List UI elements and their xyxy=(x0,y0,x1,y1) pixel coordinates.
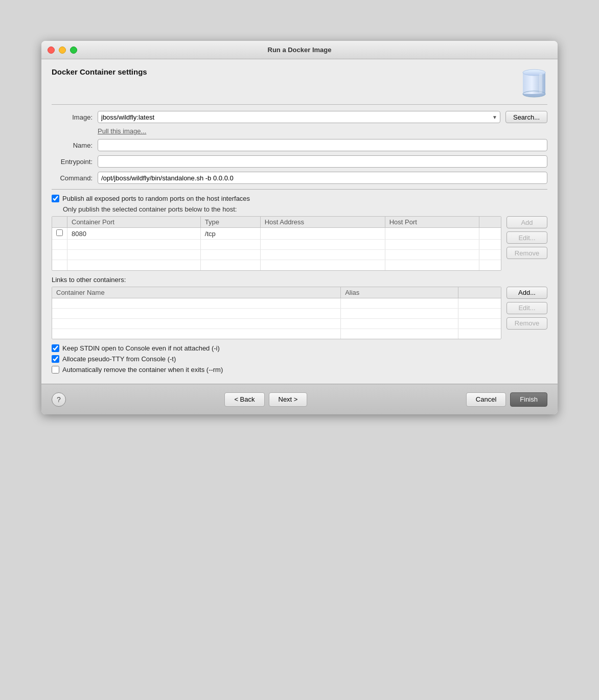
ports-col-host-address: Host Address xyxy=(260,217,385,228)
cancel-button[interactable]: Cancel xyxy=(466,392,506,407)
rm-row: Automatically remove the container when … xyxy=(52,366,547,374)
port-host-port xyxy=(385,228,479,240)
links-table-wrap: Container Name Alias xyxy=(52,287,501,340)
ports-edit-button[interactable]: Edit... xyxy=(506,231,547,244)
content-area: Docker Container settings xyxy=(41,59,558,374)
ports-side-buttons: Add Edit... Remove xyxy=(506,216,547,271)
back-button[interactable]: < Back xyxy=(224,392,264,407)
table-row xyxy=(52,240,501,250)
entrypoint-input[interactable] xyxy=(98,155,547,168)
ports-table-container: Container Port Type Host Address Host Po… xyxy=(52,216,501,271)
links-table: Container Name Alias xyxy=(52,287,501,339)
port-container-port: 8080 xyxy=(67,228,201,240)
search-button[interactable]: Search... xyxy=(505,111,547,123)
main-window: Run a Docker Image Docker Container sett… xyxy=(41,41,558,414)
image-select[interactable]: jboss/wildfly:latest xyxy=(98,111,500,123)
table-row xyxy=(52,308,501,318)
close-button[interactable] xyxy=(48,46,55,54)
finish-button[interactable]: Finish xyxy=(510,392,547,407)
footer-center: < Back Next > xyxy=(224,392,307,407)
port-extra xyxy=(479,228,501,240)
links-table-container: Container Name Alias xyxy=(52,287,501,340)
image-row: Image: jboss/wildfly:latest ▼ Search... xyxy=(52,111,547,123)
window-title: Run a Docker Image xyxy=(268,46,332,54)
links-remove-button[interactable]: Remove xyxy=(506,317,547,330)
help-button[interactable]: ? xyxy=(52,392,66,407)
name-row: Name: xyxy=(52,139,547,151)
pull-image-link[interactable]: Pull this image... xyxy=(98,127,547,135)
table-row xyxy=(52,260,501,270)
entrypoint-row: Entrypoint: xyxy=(52,155,547,168)
table-row: 8080 /tcp xyxy=(52,228,501,240)
stdin-label: Keep STDIN open to Console even if not a… xyxy=(62,344,220,352)
docker-icon xyxy=(521,67,547,98)
port-host-address xyxy=(260,228,385,240)
table-row xyxy=(52,250,501,260)
ports-sub-label: Only publish the selected container port… xyxy=(63,205,547,213)
rm-label: Automatically remove the container when … xyxy=(62,366,223,374)
port-row-checkbox[interactable] xyxy=(56,229,63,236)
bottom-checkboxes: Keep STDIN open to Console even if not a… xyxy=(52,344,547,374)
ports-table-area: Container Port Type Host Address Host Po… xyxy=(52,216,547,271)
table-row xyxy=(52,329,501,339)
links-col-extra xyxy=(458,287,501,298)
tty-label: Allocate pseudo-TTY from Console (-t) xyxy=(62,355,176,363)
divider-1 xyxy=(52,189,547,190)
links-col-alias: Alias xyxy=(341,287,458,298)
stdin-row: Keep STDIN open to Console even if not a… xyxy=(52,344,547,352)
image-label: Image: xyxy=(52,113,98,121)
image-section: Image: jboss/wildfly:latest ▼ Search... … xyxy=(52,111,547,135)
traffic-lights xyxy=(48,46,77,54)
header-row: Docker Container settings xyxy=(52,67,547,105)
footer-right: Cancel Finish xyxy=(466,392,547,407)
page-title: Docker Container settings xyxy=(52,67,147,76)
ports-table: Container Port Type Host Address Host Po… xyxy=(52,217,501,270)
command-label: Command: xyxy=(52,174,98,182)
title-bar: Run a Docker Image xyxy=(41,41,558,59)
ports-col-container-port: Container Port xyxy=(67,217,201,228)
publish-ports-checkbox[interactable] xyxy=(52,195,59,202)
port-row-checkbox-cell xyxy=(52,228,67,240)
links-side-buttons: Add... Edit... Remove xyxy=(506,287,547,340)
next-button[interactable]: Next > xyxy=(269,392,308,407)
ports-col-check xyxy=(52,217,67,228)
ports-col-type: Type xyxy=(200,217,260,228)
name-label: Name: xyxy=(52,142,98,149)
publish-ports-row: Publish all exposed ports to random port… xyxy=(52,195,547,202)
ports-col-host-port: Host Port xyxy=(385,217,479,228)
footer: ? < Back Next > Cancel Finish xyxy=(41,384,558,414)
command-input[interactable] xyxy=(98,172,547,184)
name-input[interactable] xyxy=(98,139,547,151)
ports-col-extra xyxy=(479,217,501,228)
ports-add-button[interactable]: Add xyxy=(506,216,547,228)
table-row xyxy=(52,298,501,308)
tty-row: Allocate pseudo-TTY from Console (-t) xyxy=(52,355,547,363)
links-add-button[interactable]: Add... xyxy=(506,287,547,299)
links-table-area: Container Name Alias xyxy=(52,287,547,340)
ports-section: Publish all exposed ports to random port… xyxy=(52,195,547,271)
publish-ports-label: Publish all exposed ports to random port… xyxy=(62,195,250,202)
stdin-checkbox[interactable] xyxy=(52,344,59,352)
minimize-button[interactable] xyxy=(59,46,66,54)
command-row: Command: xyxy=(52,172,547,184)
maximize-button[interactable] xyxy=(70,46,77,54)
svg-rect-4 xyxy=(539,74,542,93)
footer-left: ? xyxy=(52,392,66,407)
port-type: /tcp xyxy=(200,228,260,240)
ports-table-wrap: Container Port Type Host Address Host Po… xyxy=(52,216,501,271)
links-label: Links to other containers: xyxy=(52,276,547,284)
table-row xyxy=(52,318,501,329)
rm-checkbox[interactable] xyxy=(52,366,59,374)
links-col-name: Container Name xyxy=(52,287,341,298)
image-select-wrap: jboss/wildfly:latest ▼ xyxy=(98,111,500,123)
entrypoint-label: Entrypoint: xyxy=(52,158,98,166)
ports-remove-button[interactable]: Remove xyxy=(506,247,547,259)
links-section: Links to other containers: Container Nam… xyxy=(52,276,547,340)
tty-checkbox[interactable] xyxy=(52,355,59,363)
links-edit-button[interactable]: Edit... xyxy=(506,302,547,314)
